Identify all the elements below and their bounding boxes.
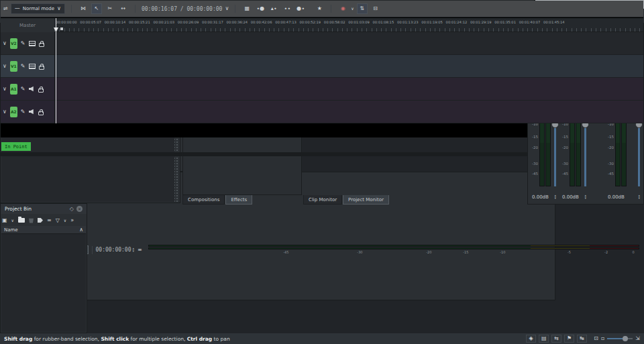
speaker-icon[interactable]: [29, 87, 35, 92]
lock-icon[interactable]: [38, 111, 44, 115]
master-track-label[interactable]: Master: [1, 18, 54, 32]
video-thumbnails-toggle[interactable]: ▤: [539, 335, 549, 343]
tab-compositions[interactable]: Compositions: [182, 195, 225, 205]
razor-tool-button[interactable]: ✂: [105, 3, 115, 14]
filter-icon[interactable]: ▽: [56, 218, 60, 223]
volume-spinner[interactable]: ▴▾: [584, 194, 586, 199]
track-effects-icon[interactable]: ✎: [21, 109, 25, 115]
track-lane-a2[interactable]: [54, 101, 643, 123]
record-button[interactable]: ◉: [337, 3, 348, 14]
snap-toggle[interactable]: ↹: [577, 335, 587, 343]
filter-chevron-icon[interactable]: ∨: [64, 219, 66, 223]
record-chevron-icon[interactable]: ∨: [351, 7, 354, 11]
track-effects-icon[interactable]: ✎: [21, 87, 25, 92]
timecode-spinner[interactable]: ▴▾: [132, 247, 134, 252]
audio-thumbnails-toggle[interactable]: ⇆: [551, 335, 561, 343]
add-clip-icon[interactable]: ▣: [2, 218, 7, 223]
film-icon[interactable]: [29, 64, 36, 69]
mix-clips-button[interactable]: ⋈: [78, 3, 89, 14]
volume-spinner[interactable]: ▴▾: [554, 194, 556, 199]
track-lane-a1[interactable]: [54, 78, 643, 101]
timeline-settings-icon[interactable]: ⇌: [3, 6, 8, 11]
project-bin-body[interactable]: [1, 234, 86, 332]
ruler-timestamp: 00:00:52:19: [300, 20, 321, 24]
ruler-timestamp: 00:01:29:19: [470, 20, 492, 24]
meter-tick: -15: [463, 250, 468, 254]
lock-icon[interactable]: [38, 89, 44, 93]
track-badge[interactable]: A1: [10, 84, 17, 95]
collapse-track-icon[interactable]: ∨: [3, 64, 7, 69]
grid-icon: ▦: [244, 6, 250, 11]
track-effects-icon[interactable]: ✎: [21, 64, 25, 69]
keyframe-option-button[interactable]: ∙∙: [282, 3, 292, 14]
timeline-ruler[interactable]: 00:00:00:0000:00:05:0700:00:10:1400:00:1…: [54, 18, 643, 32]
tag-toggle-button[interactable]: ◈: [526, 335, 536, 343]
selection-tool-button[interactable]: ↖: [91, 3, 102, 14]
ruler-timestamp: 00:00:58:02: [324, 20, 345, 24]
mixer-toggle-button[interactable]: ⇅: [357, 3, 368, 14]
volume-spinner[interactable]: ▴▾: [638, 194, 640, 199]
collapse-track-icon[interactable]: ∨: [3, 109, 7, 115]
speaker-icon[interactable]: [29, 109, 35, 115]
keyframe-option-button[interactable]: ●∙: [295, 3, 306, 14]
fit-zoom-icon[interactable]: ⊡: [594, 336, 598, 341]
kdenlive-window: FileEditViewProjectToolClipTimelineMonit…: [0, 0, 644, 344]
tags-icon[interactable]: [38, 218, 43, 223]
zoom-in-icon[interactable]: ⇲: [635, 336, 640, 341]
keyframe-option-icon: ∙●: [256, 6, 264, 11]
record-icon: ◉: [341, 6, 345, 11]
playhead[interactable]: [56, 18, 56, 123]
track-header-v2[interactable]: ∨V2✎: [1, 32, 54, 55]
track-lane-v2[interactable]: [54, 32, 643, 55]
favorite-effects-button[interactable]: ★: [314, 3, 325, 14]
track-header-v1[interactable]: ∨V1✎: [1, 55, 54, 78]
timecode-chevron-icon[interactable]: ∨: [225, 6, 229, 11]
collapse-track-icon[interactable]: ∨: [3, 41, 7, 46]
add-clip-chevron-icon[interactable]: ∨: [11, 219, 14, 223]
delete-icon[interactable]: [29, 218, 34, 223]
subtitle-button[interactable]: ⊟: [370, 3, 381, 14]
zoom-slider[interactable]: [607, 335, 633, 342]
meter-bar-left: [148, 245, 639, 247]
timeline-toolbar: ⇌ — Normal mode ∨ ⋈ ↖ ✂ ↔ 00:00:16:07 / …: [1, 1, 643, 17]
track-lane-v1[interactable]: [54, 55, 643, 78]
close-panel-icon[interactable]: ✕: [76, 206, 83, 212]
track-header-a2[interactable]: ∨A2✎: [1, 101, 54, 123]
tab-project-monitor[interactable]: Project Monitor: [343, 195, 389, 205]
keyframe-option-button[interactable]: ▴∙: [268, 3, 279, 14]
bin-view-icon[interactable]: ≡: [47, 218, 52, 223]
overflow-icon[interactable]: »: [70, 218, 74, 223]
thumbnail-view-button[interactable]: ▦: [241, 3, 252, 14]
zone-marker: [60, 27, 63, 30]
tab-clip-monitor[interactable]: Clip Monitor: [303, 195, 342, 205]
zoom-slider-knob[interactable]: [623, 336, 628, 341]
meter-tick: -10: [500, 250, 505, 254]
track-badge[interactable]: V2: [10, 38, 17, 49]
zoom-out-icon[interactable]: ▫: [601, 336, 604, 341]
meter-scale-tick: -20: [608, 146, 614, 150]
create-folder-icon[interactable]: [18, 218, 25, 223]
keyframe-option-button[interactable]: ∙●: [255, 3, 266, 14]
left-tab-bar: CompositionsEffects: [182, 195, 253, 205]
meter-scale-tick: -20: [562, 146, 568, 150]
lock-icon[interactable]: [39, 66, 44, 70]
tab-effects[interactable]: Effects: [225, 195, 252, 205]
monitor-timecode[interactable]: 00:00:00:00: [96, 247, 131, 253]
markers-toggle[interactable]: ⚑: [564, 335, 574, 343]
track-effects-icon[interactable]: ✎: [21, 41, 25, 46]
meter-scale-tick: -30: [532, 162, 538, 166]
monitor-menu-icon[interactable]: ≡: [136, 247, 144, 253]
edit-mode-select[interactable]: — Normal mode ∨: [11, 3, 65, 14]
lock-icon[interactable]: [39, 43, 44, 47]
edit-mode-icon: —: [15, 6, 20, 11]
edit-mode-chevron-icon: ∨: [57, 6, 61, 11]
film-icon[interactable]: [29, 41, 36, 46]
float-panel-icon[interactable]: ◇: [70, 206, 74, 212]
timeline-timecode[interactable]: 00:00:16:07 / 00:00:00:00: [142, 6, 222, 12]
track-badge[interactable]: A2: [10, 107, 17, 117]
track-header-a1[interactable]: ∨A1✎: [1, 78, 54, 101]
bin-column-header[interactable]: Name ∧: [1, 226, 86, 234]
track-badge[interactable]: V1: [10, 61, 17, 72]
spacer-tool-button[interactable]: ↔: [118, 3, 129, 14]
collapse-track-icon[interactable]: ∨: [3, 87, 7, 92]
